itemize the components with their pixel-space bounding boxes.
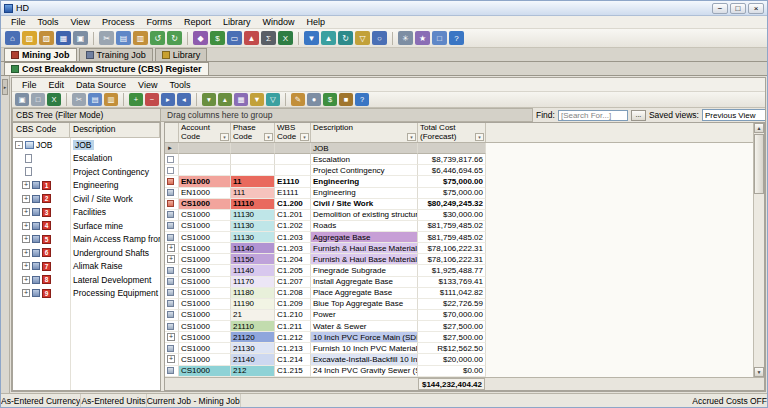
description-cell[interactable]: Water & Sewer xyxy=(311,321,418,332)
expand-plus-icon[interactable]: + xyxy=(167,355,175,363)
expand-plus-icon[interactable]: + xyxy=(22,289,30,297)
grid-row[interactable]: CS100011180C1.208Place Aggregate Base$11… xyxy=(165,288,753,299)
close-button[interactable]: × xyxy=(748,3,764,14)
paste-icon[interactable]: ▥ xyxy=(104,93,118,106)
description-cell[interactable]: Blue Top Aggregate Base xyxy=(311,299,418,310)
account-code-cell[interactable]: CS1000 xyxy=(179,221,231,232)
account-code-cell[interactable]: CS1000 xyxy=(179,232,231,243)
phase-code-cell[interactable]: 11170 xyxy=(231,277,275,288)
wbs-code-cell[interactable]: C1.204 xyxy=(275,254,311,265)
account-code-cell[interactable] xyxy=(179,165,231,176)
grid-row[interactable]: EN100011E1110Engineering$75,000.00 xyxy=(165,176,753,187)
copy-icon[interactable]: ▤ xyxy=(116,31,131,45)
description-cell[interactable]: Project Contingency xyxy=(311,165,418,176)
chart-icon[interactable]: ▲ xyxy=(244,31,259,45)
filter-dropdown-icon[interactable]: ▾ xyxy=(407,133,416,141)
scroll-up-icon[interactable]: ▲ xyxy=(754,123,764,133)
titlebar[interactable]: HD − □ × xyxy=(1,1,767,16)
scroll-down-icon[interactable]: ▼ xyxy=(754,367,764,377)
phase-code-cell[interactable]: 11110 xyxy=(231,199,275,210)
wbs-code-cell[interactable]: C1.215 xyxy=(275,366,311,377)
phase-code-cell[interactable] xyxy=(231,165,275,176)
description-cell[interactable]: Civil / Site Work xyxy=(311,199,418,210)
phase-code-cell[interactable]: 11 xyxy=(231,176,275,187)
print-icon[interactable]: ▣ xyxy=(73,31,88,45)
window-icon[interactable]: □ xyxy=(432,31,447,45)
wbs-code-cell[interactable]: C1.205 xyxy=(275,265,311,276)
menu-help[interactable]: Help xyxy=(300,17,331,27)
filter-dropdown-icon[interactable]: ▾ xyxy=(220,133,229,141)
total-cost-cell[interactable]: $81,759,485.02 xyxy=(418,232,486,243)
tree-row[interactable]: +3Facilities xyxy=(13,206,160,220)
grid-row[interactable]: +CS100011150C1.204Furnish & Haul Base Ma… xyxy=(165,254,753,265)
total-cost-cell[interactable]: $1,925,488.77 xyxy=(418,265,486,276)
total-cost-cell[interactable]: R$12,562.50 xyxy=(418,343,486,354)
wbs-code-cell[interactable]: C1.213 xyxy=(275,343,311,354)
open-job-icon[interactable]: ▨ xyxy=(39,31,54,45)
phase-code-cell[interactable]: 21120 xyxy=(231,332,275,343)
total-cost-cell[interactable]: $111,042.82 xyxy=(418,288,486,299)
phase-code-cell[interactable]: 11130 xyxy=(231,210,275,221)
grid-row[interactable]: EN1000111E1111Engineering$75,000.00 xyxy=(165,188,753,199)
grid-row[interactable]: CS100011130C1.203Aggregate Base$81,759,4… xyxy=(165,232,753,243)
tree-row[interactable]: +9Processing Equipment xyxy=(13,287,160,301)
grid-row[interactable]: CS100011130C1.202Roads$81,759,485.02 xyxy=(165,221,753,232)
tree-row[interactable]: Escalation xyxy=(13,152,160,166)
description-cell[interactable]: Furnish & Haul Base Material xyxy=(311,243,418,254)
refresh-icon[interactable]: ↻ xyxy=(338,31,353,45)
undo-icon[interactable]: ↺ xyxy=(150,31,165,45)
phase-code-cell[interactable]: 11190 xyxy=(231,299,275,310)
indent-icon[interactable]: ▸ xyxy=(161,93,175,106)
description-cell[interactable]: Install Aggregate Base xyxy=(311,277,418,288)
wbs-code-cell[interactable] xyxy=(275,143,311,154)
expand-plus-icon[interactable]: + xyxy=(22,235,30,243)
phase-code-cell[interactable]: 21 xyxy=(231,310,275,321)
group-by-band[interactable]: Drag columns here to group xyxy=(161,108,533,122)
sort-icon[interactable]: ▼ xyxy=(250,93,264,106)
menu-tools[interactable]: Tools xyxy=(32,17,65,27)
import-icon[interactable]: ▼ xyxy=(304,31,319,45)
expand-plus-icon[interactable]: + xyxy=(167,255,175,263)
job-tab-training-job[interactable]: Training Job xyxy=(79,48,153,61)
expand-plus-icon[interactable]: + xyxy=(22,195,30,203)
account-code-cell[interactable]: CS1000 xyxy=(179,277,231,288)
expand-plus-icon[interactable]: + xyxy=(167,244,175,252)
menu-library[interactable]: Library xyxy=(217,17,257,27)
description-cell[interactable]: Demolition of existing structures xyxy=(311,210,418,221)
help-icon[interactable]: ? xyxy=(355,93,369,106)
account-code-cell[interactable]: CS1000 xyxy=(179,199,231,210)
wbs-code-cell[interactable]: C1.202 xyxy=(275,221,311,232)
wbs-code-cell[interactable]: C1.200 xyxy=(275,199,311,210)
wbs-code-cell[interactable]: C1.207 xyxy=(275,277,311,288)
account-code-cell[interactable]: EN1000 xyxy=(179,176,231,187)
description-cell[interactable]: 10 Inch PVC Force Main (SDR21) xyxy=(311,332,418,343)
description-cell[interactable]: 24 Inch PVC Gravity Sewer (SDR35) xyxy=(311,366,418,377)
wbs-code-cell[interactable]: C1.203 xyxy=(275,232,311,243)
tree-row[interactable]: +4Surface mine xyxy=(13,219,160,233)
find-icon[interactable]: ○ xyxy=(372,31,387,45)
grid-row[interactable]: CS1000212C1.21524 Inch PVC Gravity Sewer… xyxy=(165,366,753,377)
find-browse-button[interactable]: ... xyxy=(631,110,646,121)
description-cell[interactable]: Furnish 10 Inch PVC Materials xyxy=(311,343,418,354)
print-icon[interactable]: ▣ xyxy=(15,93,29,106)
grid-row[interactable]: CS100011110C1.200Civil / Site Work$80,24… xyxy=(165,199,753,210)
description-cell[interactable]: Aggregate Base xyxy=(311,232,418,243)
expand-plus-icon[interactable]: + xyxy=(22,208,30,216)
menu-forms[interactable]: Forms xyxy=(140,17,178,27)
expand-plus-icon[interactable]: + xyxy=(22,262,30,270)
expand-plus-icon[interactable]: + xyxy=(167,333,175,341)
total-cost-cell[interactable]: $27,500.00 xyxy=(418,332,486,343)
description-cell[interactable]: Excavate-Install-Backfill 10 Inch PVC xyxy=(311,354,418,365)
grid-row[interactable]: CS100021C1.210Power$70,000.00 xyxy=(165,310,753,321)
lock-icon[interactable]: ■ xyxy=(339,93,353,106)
account-code-cell[interactable]: CS1000 xyxy=(179,210,231,221)
export-icon[interactable]: ▲ xyxy=(321,31,336,45)
wbs-code-cell[interactable]: E1111 xyxy=(275,188,311,199)
paste-icon[interactable]: ▥ xyxy=(133,31,148,45)
expand-plus-icon[interactable]: + xyxy=(22,181,30,189)
cut-icon[interactable]: ✂ xyxy=(72,93,86,106)
grid-row[interactable]: CS100011140C1.205Finegrade Subgrade$1,92… xyxy=(165,265,753,276)
cost-breakdown-icon[interactable]: ◆ xyxy=(193,31,208,45)
description-cell[interactable]: Engineering xyxy=(311,176,418,187)
grid-row[interactable]: Escalation$8,739,817.66 xyxy=(165,154,753,165)
